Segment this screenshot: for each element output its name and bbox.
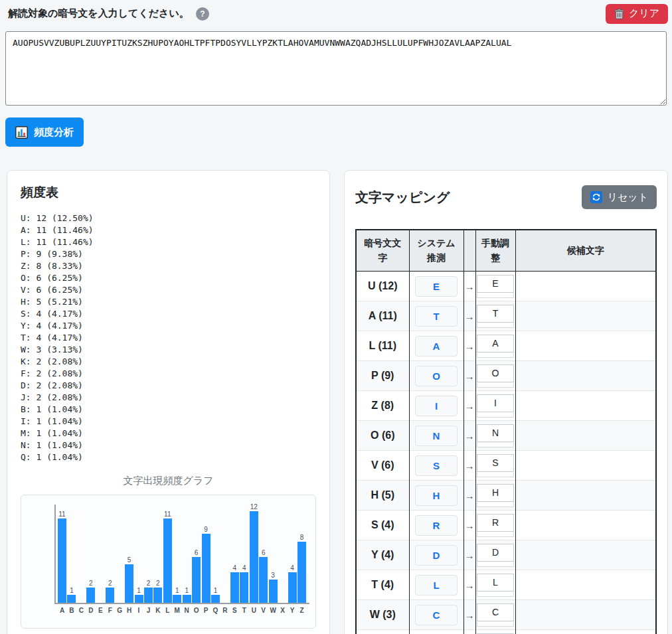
chart-x-label: U — [250, 607, 258, 614]
cipher-char-cell: H (5) — [356, 481, 409, 511]
manual-adjust-input[interactable] — [477, 574, 514, 592]
chart-column: 1 — [67, 587, 76, 603]
manual-adjust-input[interactable] — [477, 364, 514, 382]
chart-bar-value: 1 — [175, 587, 179, 594]
chart-bar — [67, 595, 76, 603]
chart-bar-value: 4 — [242, 564, 246, 572]
mapping-title: 文字マッピング — [355, 189, 450, 206]
manual-adjust-input[interactable] — [477, 424, 514, 442]
chart-x-label: X — [278, 607, 287, 614]
frequency-entry: B: 1 (1.04%) — [21, 404, 316, 416]
ciphertext-input[interactable] — [5, 31, 667, 106]
system-guess-button[interactable]: T — [415, 306, 458, 327]
reset-button[interactable]: リセット — [582, 185, 657, 209]
system-guess-button[interactable]: I — [415, 396, 458, 416]
manual-suggest-box — [477, 443, 514, 447]
chart-x-label: F — [106, 607, 114, 614]
manual-adjust-cell — [475, 570, 515, 600]
system-guess-button[interactable]: N — [415, 426, 458, 446]
manual-adjust-input[interactable] — [477, 454, 514, 472]
chart-column: 3 — [269, 572, 278, 603]
arrow-icon: → — [463, 301, 475, 331]
candidate-cell — [515, 511, 656, 540]
manual-suggest-box — [477, 532, 514, 537]
system-guess-button[interactable]: H — [415, 485, 458, 506]
chart-column: 1 — [183, 587, 191, 603]
mapping-row: U (12)E→ — [356, 272, 656, 301]
chart-bar-value: 2 — [89, 580, 93, 587]
column-header: 手動調整 — [475, 230, 515, 272]
manual-adjust-cell — [475, 301, 515, 331]
chart-bar-value: 8 — [300, 534, 304, 541]
manual-adjust-input[interactable] — [477, 484, 514, 502]
chart-column: 4 — [288, 564, 297, 603]
manual-adjust-input[interactable] — [477, 394, 514, 412]
chart-bar — [183, 595, 191, 603]
reset-icon — [590, 191, 602, 203]
cipher-char-cell: T (4) — [356, 570, 409, 600]
chart-x-label: W — [269, 607, 278, 614]
chart-column: 2 — [153, 580, 162, 603]
system-guess-button[interactable]: E — [415, 276, 458, 297]
manual-suggest-box — [477, 622, 514, 627]
chart-x-axis-labels: ABCDEFGHIJKLMNOPQRSTUVWXYZ — [56, 604, 309, 614]
arrow-icon: → — [463, 272, 475, 301]
chart-column: 6 — [259, 549, 268, 603]
chart-x-label: D — [86, 607, 95, 614]
chart-x-label: E — [96, 607, 105, 614]
manual-suggest-box — [477, 413, 514, 418]
system-guess-button[interactable]: C — [415, 605, 458, 625]
analyze-button[interactable]: 頻度分析 — [5, 118, 84, 147]
panels-row: 頻度表 U: 12 (12.50%)A: 11 (11.46%)L: 11 (1… — [7, 170, 668, 634]
chart-bar-value: 4 — [233, 564, 237, 572]
arrow-icon: → — [463, 600, 475, 630]
mapping-table: 暗号文文字システム推測手動調整候補文字 U (12)E→A (11)T→L (1… — [355, 229, 657, 634]
clear-button[interactable]: クリア — [606, 4, 668, 24]
chart-x-label: B — [67, 607, 76, 614]
manual-adjust-input[interactable] — [477, 603, 514, 621]
chart-x-label: I — [135, 607, 143, 614]
chart-bar-value: 12 — [250, 503, 258, 511]
arrow-icon: → — [463, 361, 475, 391]
frequency-table-title: 頻度表 — [21, 184, 316, 201]
system-guess-button[interactable]: A — [415, 336, 458, 357]
manual-adjust-input[interactable] — [477, 514, 514, 532]
arrow-icon: → — [463, 481, 475, 511]
candidate-cell — [515, 391, 656, 421]
manual-adjust-input[interactable] — [477, 305, 514, 323]
system-guess-button[interactable]: S — [415, 455, 458, 476]
arrow-icon: → — [463, 451, 475, 481]
manual-adjust-input[interactable] — [477, 544, 514, 562]
mapping-row: H (5)H→ — [356, 481, 656, 511]
frequency-entry: O: 6 (6.25%) — [21, 272, 316, 284]
cipher-char-cell: P (9) — [356, 361, 409, 391]
system-guess-button[interactable]: R — [415, 515, 458, 536]
manual-adjust-input[interactable] — [477, 335, 514, 353]
chart-column: 5 — [125, 556, 133, 603]
system-guess-cell: S — [409, 451, 463, 481]
help-icon[interactable]: ? — [196, 7, 209, 21]
mapping-row: V (6)S→ — [356, 451, 656, 481]
chart-column: 4 — [230, 564, 239, 603]
clear-button-label: クリア — [629, 7, 659, 20]
chart-x-label: P — [202, 607, 210, 614]
chart-bar — [259, 557, 268, 603]
mapping-panel: 文字マッピング リセット 暗号文文字システム推測手動調整候補文字 — [344, 170, 668, 634]
chart-x-label: Q — [211, 607, 220, 614]
cipher-char-cell: V (6) — [356, 451, 409, 481]
manual-adjust-cell — [475, 451, 515, 481]
mapping-row: S (4)R→ — [356, 511, 656, 540]
system-guess-cell: E — [409, 272, 463, 301]
frequency-chart: 111225122111169144126348 ABCDEFGHIJKLMNO… — [21, 495, 316, 629]
chart-x-label: J — [144, 607, 153, 614]
column-header: システム推測 — [409, 230, 463, 272]
bar-chart-icon — [15, 126, 28, 139]
system-guess-button[interactable]: O — [415, 366, 458, 386]
manual-adjust-cell — [475, 481, 515, 511]
chart-bar — [163, 518, 172, 603]
manual-adjust-input[interactable] — [477, 275, 514, 293]
system-guess-button[interactable]: L — [415, 575, 458, 595]
manual-adjust-cell — [475, 331, 515, 361]
manual-suggest-box — [477, 323, 514, 328]
system-guess-button[interactable]: D — [415, 545, 458, 566]
